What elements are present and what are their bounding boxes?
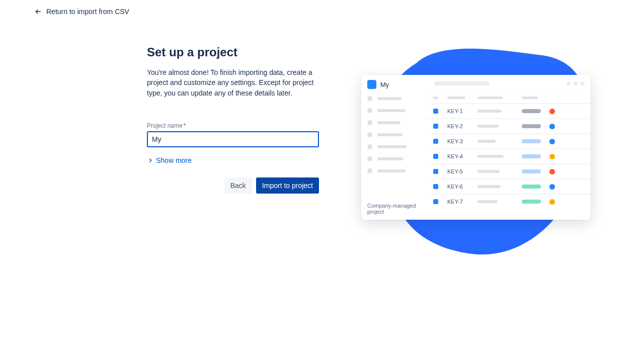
status-pill	[522, 185, 541, 189]
issue-key: KEY-6	[447, 184, 463, 190]
preview-footer: Company-managed project	[367, 203, 422, 215]
preview-project-header: My	[367, 80, 422, 89]
issue-key: KEY-5	[447, 168, 463, 174]
preview-project-name: My	[380, 81, 389, 88]
preview-table-row: KEY-2	[428, 118, 591, 133]
issue-type-icon	[433, 169, 438, 174]
issue-key: KEY-4	[447, 153, 463, 159]
preview-project-icon	[367, 80, 376, 89]
preview-table-row: KEY-1	[428, 103, 591, 118]
assignee-avatar	[549, 169, 555, 174]
show-more-toggle[interactable]: Show more	[147, 156, 319, 164]
preview-toolbar-dots	[567, 81, 585, 85]
preview-main: KEY-1KEY-2KEY-3KEY-4KEY-5KEY-6KEY-7	[428, 75, 591, 220]
issue-type-icon	[433, 184, 438, 189]
project-name-label: Project name *	[147, 122, 319, 129]
status-pill	[522, 169, 541, 173]
return-link-label: Return to import from CSV	[46, 8, 129, 16]
assignee-avatar	[549, 184, 555, 190]
button-row: Back Import to project	[147, 177, 319, 194]
back-button[interactable]: Back	[224, 177, 252, 194]
status-pill	[522, 124, 541, 128]
issue-key: KEY-7	[447, 199, 463, 205]
page-title: Set up a project	[147, 45, 319, 59]
preview-nav-item	[367, 168, 422, 173]
preview-illustration: My Company-managed project KEY-1KEY-2KEY…	[361, 43, 603, 259]
return-link[interactable]: Return to import from CSV	[34, 8, 129, 16]
preview-nav-item	[367, 120, 422, 125]
preview-table-row: KEY-6	[428, 178, 591, 194]
issue-type-icon	[433, 109, 438, 114]
issue-key: KEY-2	[447, 123, 463, 129]
assignee-avatar	[549, 199, 555, 205]
preview-toolbar	[428, 75, 591, 92]
preview-sidebar: My Company-managed project	[361, 75, 428, 220]
assignee-avatar	[549, 139, 555, 144]
preview-table-row: KEY-5	[428, 163, 591, 178]
status-pill	[522, 139, 541, 143]
issue-type-icon	[433, 124, 438, 129]
issue-type-icon	[433, 139, 438, 144]
preview-table-header	[428, 92, 591, 103]
preview-table-row: KEY-3	[428, 133, 591, 148]
preview-toolbar-bar	[434, 81, 490, 85]
status-pill	[522, 109, 541, 113]
issue-type-icon	[433, 199, 438, 204]
status-pill	[522, 154, 541, 158]
preview-nav-item	[367, 132, 422, 137]
assignee-avatar	[549, 154, 555, 159]
preview-nav-item	[367, 96, 422, 101]
issue-key: KEY-1	[447, 108, 463, 114]
show-more-label: Show more	[156, 156, 192, 164]
required-indicator: *	[184, 122, 186, 129]
main-form: Set up a project You're almost done! To …	[147, 45, 319, 194]
preview-table-row: KEY-7	[428, 194, 591, 209]
page-description: You're almost done! To finish importing …	[147, 67, 319, 98]
preview-nav-item	[367, 108, 422, 113]
assignee-avatar	[549, 124, 555, 129]
preview-nav-item	[367, 144, 422, 149]
issue-type-icon	[433, 154, 438, 159]
preview-nav-item	[367, 156, 422, 161]
preview-window: My Company-managed project KEY-1KEY-2KEY…	[361, 75, 591, 220]
status-pill	[522, 200, 541, 204]
import-button[interactable]: Import to project	[256, 177, 319, 194]
chevron-right-icon	[147, 157, 154, 164]
preview-table-row: KEY-4	[428, 148, 591, 163]
issue-key: KEY-3	[447, 138, 463, 144]
project-name-input[interactable]	[147, 131, 319, 147]
assignee-avatar	[549, 109, 555, 114]
arrow-left-icon	[34, 8, 42, 16]
